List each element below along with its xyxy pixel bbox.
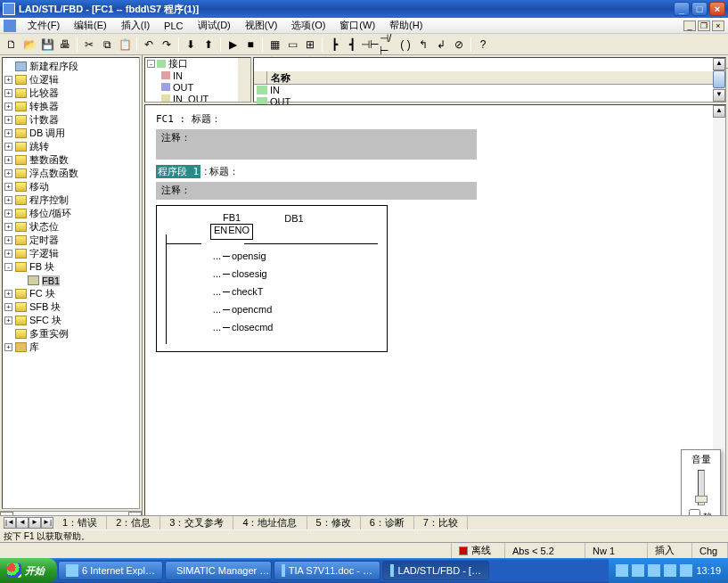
tray-icon[interactable]: [632, 564, 644, 577]
tb-download-button[interactable]: ⬇: [183, 37, 199, 53]
fc-comment-box[interactable]: 注释：: [156, 129, 477, 160]
interface-tree[interactable]: -接口 IN OUT IN_OUT TEMP: [144, 57, 251, 103]
tb-coil-button[interactable]: ( ): [397, 37, 413, 53]
tree-folder[interactable]: +跳转: [4, 140, 137, 153]
tree-folder[interactable]: +DB 调用: [4, 127, 137, 140]
tb-block-button[interactable]: ▭: [284, 37, 300, 53]
tree-sfc-block[interactable]: + SFC 块: [4, 314, 137, 327]
task-tia[interactable]: TIA S7V11.doc - …: [274, 561, 380, 580]
tab-compare[interactable]: 7：比较: [414, 516, 468, 530]
ladder-editor[interactable]: FC1 : 标题： 注释： 程序段 1 : 标题： 注释： DB1 FB1 EN…: [144, 104, 726, 538]
tab-modify[interactable]: 5：修改: [307, 516, 361, 530]
tab-diag[interactable]: 6：诊断: [361, 516, 414, 530]
scroll-up-icon[interactable]: ▲: [713, 58, 725, 70]
menu-debug[interactable]: 调试(D): [192, 19, 237, 32]
expand-icon[interactable]: +: [4, 209, 12, 218]
tb-go-button[interactable]: ▶: [225, 37, 241, 53]
tb-new-button[interactable]: 🗋: [4, 37, 20, 53]
expand-icon[interactable]: +: [4, 156, 12, 164]
close-button[interactable]: ×: [709, 2, 725, 16]
tab-xref[interactable]: 3：交叉参考: [160, 516, 233, 530]
fb-pin[interactable]: ...opensig: [201, 247, 378, 265]
iface-tree-vscroll[interactable]: [238, 58, 250, 102]
tree-fb1[interactable]: FB1: [4, 274, 137, 287]
network-comment-box[interactable]: 注释：: [156, 182, 477, 200]
task-simatic[interactable]: SIMATIC Manager …: [165, 561, 272, 580]
tb-closecontact-button[interactable]: ⊣/⊢: [380, 37, 396, 53]
expand-icon[interactable]: +: [4, 196, 12, 204]
element-tree[interactable]: 新建程序段 +位逻辑+比较器+转换器+计数器+DB 调用+跳转+整数函数+浮点数…: [2, 57, 140, 509]
expand-icon[interactable]: +: [4, 89, 12, 97]
tb-cut-button[interactable]: ✂: [81, 37, 97, 53]
mdi-close-button[interactable]: ×: [712, 21, 724, 31]
menu-plc[interactable]: PLC: [158, 21, 189, 31]
tb-paste-button[interactable]: 📋: [117, 37, 133, 53]
volume-slider[interactable]: [698, 470, 705, 505]
expand-icon[interactable]: +: [4, 290, 12, 298]
tb-copy-button[interactable]: ⧉: [99, 37, 115, 53]
tree-multi[interactable]: 多重实例: [4, 327, 137, 341]
slider-thumb[interactable]: [695, 496, 708, 503]
tb-stop-button[interactable]: ■: [242, 37, 258, 53]
menu-edit[interactable]: 编辑(E): [68, 19, 113, 32]
interface-grid[interactable]: 名称 INOUTIN_OUT ▲ ▼: [253, 57, 726, 103]
expand-icon[interactable]: +: [4, 76, 12, 84]
tb-save-button[interactable]: 💾: [39, 37, 55, 53]
tb-ret-button[interactable]: ↲: [433, 37, 449, 53]
tree-folder[interactable]: +浮点数函数: [4, 167, 137, 180]
expand-icon[interactable]: +: [4, 183, 12, 191]
mdi-restore-button[interactable]: ❐: [698, 21, 710, 31]
tab-address[interactable]: 4：地址信息: [233, 516, 307, 530]
fb-pin[interactable]: ...checkT: [201, 283, 378, 300]
minimize-button[interactable]: _: [674, 2, 690, 16]
tree-folder[interactable]: +计数器: [4, 113, 137, 127]
tree-folder[interactable]: +状态位: [4, 220, 137, 234]
ladder-network[interactable]: DB1 FB1 EN ENO ...opensig...closesig...c…: [156, 205, 388, 352]
tb-upload-button[interactable]: ⬆: [200, 37, 217, 53]
mdi-minimize-button[interactable]: _: [683, 21, 696, 31]
expand-icon[interactable]: +: [4, 103, 12, 111]
tree-folder[interactable]: +移动: [4, 180, 137, 193]
tree-folder[interactable]: +移位/循环: [4, 207, 137, 220]
tb-redo-button[interactable]: ↷: [159, 37, 175, 53]
tree-folder[interactable]: +转换器: [4, 100, 137, 113]
collapse-icon[interactable]: -: [4, 263, 12, 271]
collapse-icon[interactable]: -: [147, 60, 155, 68]
tree-folder[interactable]: +位逻辑: [4, 73, 137, 86]
tb-undo-button[interactable]: ↶: [141, 37, 157, 53]
tray-icon[interactable]: [648, 564, 660, 577]
tab-first-icon[interactable]: |◄: [4, 517, 16, 529]
grid-vscroll[interactable]: ▲ ▼: [713, 58, 725, 102]
tray-icon[interactable]: [680, 564, 692, 577]
tb-views-button[interactable]: ▦: [266, 37, 282, 53]
volume-popup[interactable]: 音量 静音(M): [681, 449, 721, 521]
tb-opencontact-button[interactable]: ⊣⊢: [362, 37, 378, 53]
tree-fb-block[interactable]: - FB 块: [4, 260, 137, 274]
tree-new-network[interactable]: 新建程序段: [4, 60, 137, 73]
menu-help[interactable]: 帮助(H): [383, 19, 429, 32]
tab-prev-icon[interactable]: ◄: [16, 517, 29, 529]
start-button[interactable]: 开始: [0, 558, 57, 583]
fb-pin[interactable]: ...closesig: [201, 265, 378, 283]
tb-branch-button[interactable]: ┫: [344, 37, 360, 53]
tree-folder[interactable]: +字逻辑: [4, 247, 137, 260]
tree-folder[interactable]: +定时器: [4, 234, 137, 247]
scroll-up-icon[interactable]: ▲: [713, 105, 725, 118]
expand-icon[interactable]: +: [4, 303, 12, 311]
expand-icon[interactable]: +: [4, 316, 12, 324]
fb-box[interactable]: FB1 EN ENO: [210, 224, 253, 240]
tab-last-icon[interactable]: ►|: [41, 517, 53, 529]
tree-fc-block[interactable]: + FC 块: [4, 287, 137, 300]
expand-icon[interactable]: +: [4, 129, 12, 137]
scroll-thumb[interactable]: [713, 70, 725, 88]
expand-icon[interactable]: +: [4, 169, 12, 177]
task-ie[interactable]: 6 Internet Expl…: [58, 561, 163, 580]
tb-jmp-button[interactable]: ↰: [415, 37, 431, 53]
tray-volume-icon[interactable]: [664, 564, 676, 577]
fb-pin[interactable]: ...closecmd: [201, 318, 378, 336]
tb-not-button[interactable]: ⊘: [451, 37, 467, 53]
menu-file[interactable]: 文件(F): [21, 19, 66, 32]
expand-icon[interactable]: +: [4, 223, 12, 231]
scroll-down-icon[interactable]: ▼: [713, 89, 725, 102]
menu-options[interactable]: 选项(O): [285, 19, 331, 32]
